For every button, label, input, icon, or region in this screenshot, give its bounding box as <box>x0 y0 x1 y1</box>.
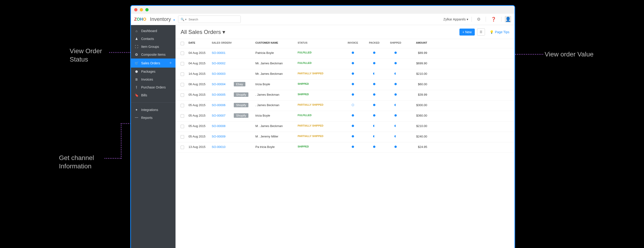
sidebar-item-packages[interactable]: ⬢Packages <box>131 68 176 76</box>
cell-so: SO-00007Shopify <box>212 114 255 117</box>
channel-badge: Shopify <box>234 92 248 97</box>
sidebar-item-bills[interactable]: 🔖Bills <box>131 91 176 99</box>
sidebar-item-contacts[interactable]: ♟Contacts <box>131 35 176 43</box>
cell-customer: . James Beckman <box>255 93 298 96</box>
cell-so: SO-00001 <box>212 51 255 54</box>
cell-so: SO-00010 <box>212 145 255 148</box>
so-link[interactable]: SO-00005 <box>212 93 226 96</box>
lightbulb-icon: 💡 <box>490 30 494 34</box>
table-row[interactable]: 04 Aug 2015SO-00002Mr. James BeckmanFULF… <box>176 59 514 69</box>
sidebar-item-sales-orders[interactable]: 🛒Sales Orders+ <box>131 58 176 68</box>
row-checkbox[interactable] <box>180 72 184 76</box>
col-customer[interactable]: CUSTOMER NAME <box>255 41 298 46</box>
table-row[interactable]: 05 Aug 2015SO-00009M . Jeremy MillerPART… <box>176 132 514 142</box>
callout-channel: Get channelInformation <box>59 154 94 171</box>
row-checkbox[interactable] <box>180 114 184 118</box>
titlebar <box>131 6 514 14</box>
sidebar-icon: ⭱ <box>135 86 138 89</box>
cell-shipped <box>385 145 406 148</box>
cell-so: SO-00005Shopify <box>212 93 255 96</box>
cell-shipped <box>385 72 406 76</box>
so-link[interactable]: SO-00001 <box>212 51 226 54</box>
row-checkbox[interactable] <box>180 104 184 107</box>
help-icon[interactable]: ❓ <box>491 17 496 22</box>
sidebar-item-label: Sales Orders <box>141 61 160 65</box>
brand-name[interactable]: Inventory ▾ <box>150 16 175 22</box>
col-so[interactable]: SALES ORDER# <box>212 41 255 46</box>
cell-packed <box>364 51 385 54</box>
sidebar-icon: 🗎 <box>135 78 138 81</box>
cell-customer: Mr. James Beckman <box>255 72 298 76</box>
table-row[interactable]: 04 Aug 2015SO-00001Patricia BoyleFULFILL… <box>176 48 514 59</box>
sidebar-item-invoices[interactable]: 🗎Invoices <box>131 76 176 83</box>
cell-invoice <box>342 72 364 76</box>
so-link[interactable]: SO-00004 <box>212 82 226 86</box>
col-invoice[interactable]: INVOICE <box>342 41 364 46</box>
table-row[interactable]: 05 Aug 2015SO-00006Shopify. James Beckma… <box>176 100 514 111</box>
minimize-traffic-light[interactable] <box>140 8 143 12</box>
cell-status: SHIPPED <box>298 145 342 148</box>
row-checkbox[interactable] <box>180 52 184 55</box>
cell-shipped <box>385 103 406 107</box>
sidebar-icon: ⛶ <box>135 45 138 48</box>
table-row[interactable]: 05 Aug 2015SO-00005Shopify. James Beckma… <box>176 90 514 100</box>
new-button[interactable]: + New <box>460 28 475 36</box>
table-row[interactable]: 14 Aug 2015SO-00003Mr. James BeckmanPART… <box>176 69 514 80</box>
row-checkbox[interactable] <box>180 146 184 149</box>
sidebar-item-integrations[interactable]: ✦Integrations <box>131 106 176 114</box>
cell-date: 05 Aug 2015 <box>188 124 212 128</box>
close-traffic-light[interactable] <box>134 8 138 12</box>
row-checkbox[interactable] <box>180 93 184 97</box>
sidebar-item-purchase-orders[interactable]: ⭱Purchase Orders <box>131 83 176 91</box>
cell-packed <box>364 145 385 148</box>
row-checkbox[interactable] <box>180 135 184 139</box>
page-header: All Sales Orders ▾ + New ☰ 💡Page Tips <box>176 25 514 39</box>
sidebar-item-reports[interactable]: 〰Reports <box>131 114 176 122</box>
page-title[interactable]: All Sales Orders ▾ <box>180 29 225 35</box>
row-checkbox[interactable] <box>180 83 184 86</box>
row-checkbox[interactable] <box>180 62 184 66</box>
table-row[interactable]: 08 Aug 2015SO-00004Ebaytricia BoyleSHIPP… <box>176 80 514 90</box>
cell-status: PARTIALLY SHIPPED <box>298 135 342 138</box>
list-view-button[interactable]: ☰ <box>477 28 485 36</box>
select-all-checkbox[interactable] <box>180 42 184 45</box>
cell-so: SO-00004Ebay <box>212 82 255 86</box>
cell-invoice <box>342 103 364 107</box>
sidebar-item-composite-items[interactable]: ❂Composite Items <box>131 50 176 58</box>
maximize-traffic-light[interactable] <box>145 8 148 12</box>
so-link[interactable]: SO-00009 <box>212 135 226 138</box>
so-link[interactable]: SO-00010 <box>212 145 226 148</box>
cell-date: 05 Aug 2015 <box>188 114 212 117</box>
so-link[interactable]: SO-00006 <box>212 103 226 107</box>
page-tips-link[interactable]: 💡Page Tips <box>490 30 509 34</box>
search-icon: 🔍 ▾ <box>180 18 187 21</box>
cell-invoice <box>342 93 364 96</box>
so-link[interactable]: SO-00007 <box>212 114 226 117</box>
sidebar-item-dashboard[interactable]: ⌂Dashboard <box>131 27 176 35</box>
col-amount[interactable]: AMOUNT <box>406 41 432 46</box>
sidebar-item-label: Item Groups <box>141 45 159 48</box>
table-row[interactable]: 05 Aug 2015SO-00008M . James BeckmanPART… <box>176 122 514 132</box>
table-row[interactable]: 13 Aug 2015SO-00010Pa tricia BoyleSHIPPE… <box>176 142 514 153</box>
avatar[interactable]: 👤 <box>505 16 511 22</box>
col-shipped[interactable]: SHIPPED <box>385 41 406 46</box>
sidebar-item-item-groups[interactable]: ⛶Item Groups <box>131 43 176 50</box>
col-date[interactable]: DATE <box>188 41 212 46</box>
cell-shipped <box>385 51 406 54</box>
search-input[interactable]: 🔍 ▾ <box>178 16 241 23</box>
table-row[interactable]: 05 Aug 2015SO-00007Shopifytricia BoyleFU… <box>176 111 514 122</box>
so-link[interactable]: SO-00003 <box>212 72 226 76</box>
col-status[interactable]: STATUS <box>298 41 342 46</box>
cell-date: 05 Aug 2015 <box>188 135 212 138</box>
cell-packed <box>364 93 385 96</box>
col-packed[interactable]: PACKED <box>364 41 385 46</box>
so-link[interactable]: SO-00002 <box>212 62 226 65</box>
cell-date: 05 Aug 2015 <box>188 93 212 96</box>
so-link[interactable]: SO-00008 <box>212 124 226 128</box>
row-checkbox[interactable] <box>180 125 184 128</box>
plus-icon[interactable]: + <box>169 60 172 66</box>
org-switcher[interactable]: Zylkar Apparels ▾ <box>444 18 468 21</box>
gear-icon[interactable]: ⚙ <box>477 17 480 22</box>
cell-amount: $240.00 <box>406 135 432 138</box>
cell-status: FULFILLED <box>298 114 342 116</box>
